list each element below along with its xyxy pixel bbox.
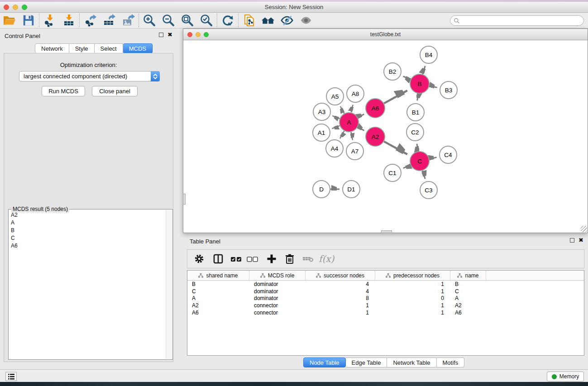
table-cell[interactable]: dominator (249, 288, 306, 295)
delete-table-button[interactable] (300, 251, 316, 267)
edge-A-A8[interactable] (351, 105, 353, 112)
table-cell[interactable]: 1 (306, 309, 375, 316)
mcds-result-item[interactable]: B (9, 226, 165, 234)
function-builder-button[interactable]: f(x) (319, 253, 334, 264)
mcds-result-item[interactable]: A6 (9, 242, 165, 249)
edge-C-C2[interactable] (417, 144, 418, 152)
tab-network-table[interactable]: Network Table (387, 357, 436, 367)
table-cell[interactable]: A (187, 295, 249, 302)
table-cell[interactable]: dominator (249, 295, 306, 302)
table-cell[interactable]: 4 (306, 288, 375, 295)
edge-C-C4[interactable] (430, 157, 437, 159)
table-cell[interactable]: 1 (306, 302, 375, 309)
table-row[interactable]: Bdominator41B (187, 281, 584, 288)
table-cell[interactable]: B (187, 281, 249, 288)
edge-A-A4[interactable] (340, 131, 344, 138)
edge-C-C3[interactable] (423, 171, 425, 179)
edge-C-C1[interactable] (403, 165, 411, 168)
table-cell[interactable]: C (450, 288, 486, 295)
zoom-in-button[interactable] (140, 13, 159, 28)
show-all-button[interactable] (296, 13, 316, 28)
criterion-select[interactable]: largest connected component (directed) (19, 71, 160, 81)
export-table-button[interactable] (100, 13, 119, 28)
table-cell[interactable]: B (450, 281, 486, 288)
edge-A-A3[interactable] (332, 116, 339, 119)
import-table-button[interactable] (59, 13, 78, 28)
edge-A-A7[interactable] (351, 132, 353, 140)
mcds-result-item[interactable]: C (9, 234, 165, 242)
export-image-button[interactable] (119, 13, 138, 28)
column-header-shared-name[interactable]: shared name (187, 271, 249, 280)
export-network-button[interactable] (81, 13, 100, 28)
show-column-button[interactable] (210, 251, 226, 267)
close-window-button[interactable] (4, 5, 9, 10)
edge-A-A6[interactable] (358, 114, 364, 117)
edge-B-B2[interactable] (403, 76, 411, 80)
table-row[interactable]: Adominator80A (187, 295, 584, 302)
tab-mcds[interactable]: MCDS (123, 43, 153, 53)
table-settings-button[interactable] (191, 251, 207, 267)
mcds-result-scrollbar[interactable] (166, 210, 172, 359)
open-session-button[interactable] (0, 13, 19, 28)
zoom-window-button[interactable] (22, 5, 27, 10)
table-cell[interactable]: 1 (375, 309, 450, 316)
mcds-result-item[interactable]: A2 (9, 211, 165, 219)
column-header-MCDS-role[interactable]: MCDS role (249, 271, 306, 280)
main-titlebar[interactable]: Session: New Session (0, 2, 588, 13)
edge-A-A1[interactable] (332, 126, 339, 129)
edge-B-B4[interactable] (423, 66, 425, 74)
column-header-name[interactable]: name (450, 271, 486, 280)
table-cell[interactable]: 1 (375, 302, 450, 309)
table-panel-float-button[interactable] (570, 238, 574, 243)
memory-button[interactable]: Memory (547, 372, 584, 381)
edge-A6-B[interactable] (384, 91, 407, 103)
select-all-columns-button[interactable] (228, 251, 244, 267)
edge-A-A5[interactable] (340, 106, 344, 114)
control-panel-float-button[interactable] (159, 33, 163, 37)
table-cell[interactable]: A6 (187, 309, 249, 316)
table-cell[interactable]: A (450, 295, 486, 302)
column-header-predecessor-nodes[interactable]: predecessor nodes (375, 271, 450, 280)
tab-motifs[interactable]: Motifs (437, 357, 465, 367)
table-cell[interactable]: 8 (306, 295, 375, 302)
close-panel-button[interactable]: Close panel (92, 86, 138, 96)
table-cell[interactable]: A2 (187, 302, 249, 309)
clone-network-button[interactable] (239, 13, 258, 28)
splitter-grip-bottom[interactable] (381, 230, 392, 233)
zoom-fit-button[interactable] (178, 13, 197, 28)
table-cell[interactable]: A6 (450, 309, 486, 316)
global-search-field[interactable] (450, 15, 584, 26)
table-cell[interactable]: dominator (249, 281, 306, 288)
tab-style[interactable]: Style (69, 43, 95, 53)
table-panel-close-button[interactable]: ✖ (578, 238, 583, 243)
task-history-button[interactable] (5, 372, 17, 381)
column-header-successor-nodes[interactable]: successor nodes (306, 271, 375, 280)
table-cell[interactable]: 1 (375, 288, 450, 295)
network-window-titlebar[interactable]: testGlobe.txt (183, 29, 588, 40)
window-resize-grip[interactable] (581, 226, 587, 232)
edge-B-B3[interactable] (430, 86, 437, 88)
mcds-result-list[interactable]: A2ABCA6 (9, 211, 165, 359)
table-cell[interactable]: connector (249, 302, 306, 309)
tab-node-table[interactable]: Node Table (303, 357, 346, 367)
deselect-all-columns-button[interactable] (244, 251, 261, 267)
first-neighbors-button[interactable] (258, 13, 277, 28)
network-minimize-button[interactable] (196, 32, 201, 37)
minimize-window-button[interactable] (13, 5, 18, 10)
tab-edge-table[interactable]: Edge Table (346, 357, 387, 367)
network-close-button[interactable] (187, 32, 192, 37)
zoom-out-button[interactable] (159, 13, 178, 28)
table-cell[interactable]: A2 (450, 302, 486, 309)
control-panel-close-button[interactable]: ✖ (167, 33, 172, 37)
network-zoom-button[interactable] (204, 32, 209, 37)
table-row[interactable]: A2connector11A2 (187, 302, 584, 309)
mcds-result-item[interactable]: A (9, 219, 165, 226)
zoom-selected-button[interactable] (197, 13, 216, 28)
network-canvas[interactable]: B4B2BB3A8A5A6A3B1AA1C2A2A4A7C4CC1DD1C3 (183, 40, 588, 233)
edge-B-B1[interactable] (417, 94, 418, 101)
run-mcds-button[interactable]: Run MCDS (42, 86, 85, 96)
delete-column-button[interactable] (282, 251, 298, 267)
edge-A-A2[interactable] (358, 127, 364, 131)
splitter-grip-left[interactable] (183, 194, 186, 205)
hide-selected-button[interactable] (277, 13, 296, 28)
